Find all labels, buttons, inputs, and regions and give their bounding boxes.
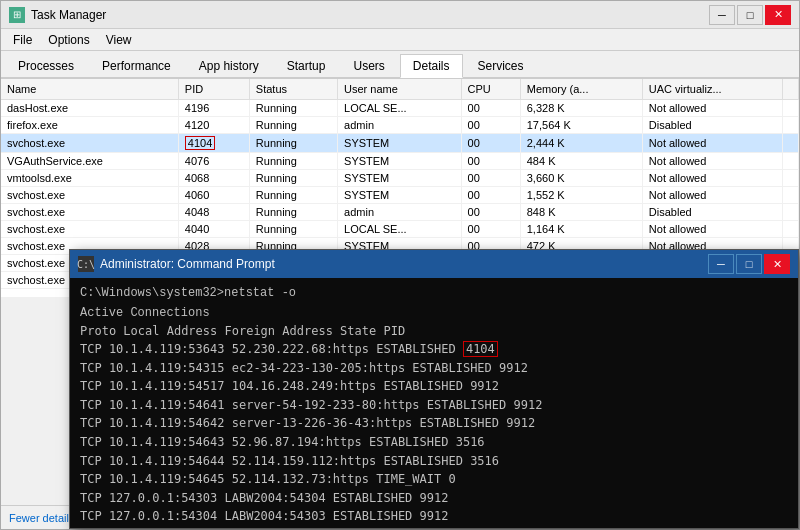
table-header-row: Name PID Status User name CPU Memory (a.… <box>1 79 799 100</box>
cmd-title: Administrator: Command Prompt <box>100 257 708 271</box>
cmd-line: TCP 127.0.0.1:54303 LABW2004:54304 ESTAB… <box>80 489 788 508</box>
task-manager-title: Task Manager <box>31 8 709 22</box>
cmd-table-header: Proto Local Address Foreign Address Stat… <box>80 324 788 338</box>
tab-processes[interactable]: Processes <box>5 54 87 78</box>
col-username[interactable]: User name <box>338 79 461 100</box>
tab-details[interactable]: Details <box>400 54 463 78</box>
table-row[interactable]: svchost.exe4060RunningSYSTEM001,552 KNot… <box>1 187 799 204</box>
cmd-close-button[interactable]: ✕ <box>764 254 790 274</box>
tab-services[interactable]: Services <box>465 54 537 78</box>
table-row[interactable]: vmtoolsd.exe4068RunningSYSTEM003,660 KNo… <box>1 170 799 187</box>
task-manager-icon: ⊞ <box>9 7 25 23</box>
cmd-icon: C:\ <box>78 256 94 272</box>
cmd-line: TCP 10.1.4.119:54641 server-54-192-233-8… <box>80 396 788 415</box>
col-scrollbar-spacer <box>783 79 799 100</box>
table-row[interactable]: svchost.exe4040RunningLOCAL SE...001,164… <box>1 221 799 238</box>
cmd-line: TCP 10.1.4.119:54643 52.96.87.194:https … <box>80 433 788 452</box>
col-memory[interactable]: Memory (a... <box>520 79 642 100</box>
cmd-titlebar: C:\ Administrator: Command Prompt ─ □ ✕ <box>70 250 798 278</box>
cmd-line: TCP 10.1.4.119:54517 104.16.248.249:http… <box>80 377 788 396</box>
cmd-prompt-line: C:\Windows\system32>netstat -o <box>80 286 788 300</box>
cmd-window: C:\ Administrator: Command Prompt ─ □ ✕ … <box>69 249 799 529</box>
task-manager-window: ⊞ Task Manager ─ □ ✕ File Options View P… <box>0 0 800 530</box>
maximize-button[interactable]: □ <box>737 5 763 25</box>
cmd-output: Proto Local Address Foreign Address Stat… <box>80 324 788 528</box>
col-cpu[interactable]: CPU <box>461 79 520 100</box>
table-row[interactable]: dasHost.exe4196RunningLOCAL SE...006,328… <box>1 100 799 117</box>
cmd-line: TCP 127.0.0.1:54304 LABW2004:54303 ESTAB… <box>80 507 788 526</box>
cmd-line: TCP 127.0.0.1:54305 LABW2004:54306 ESTAB… <box>80 526 788 528</box>
tab-app-history[interactable]: App history <box>186 54 272 78</box>
tab-performance[interactable]: Performance <box>89 54 184 78</box>
cmd-controls: ─ □ ✕ <box>708 254 790 274</box>
col-pid[interactable]: PID <box>178 79 249 100</box>
cmd-body: C:\Windows\system32>netstat -o Active Co… <box>70 278 798 528</box>
tab-users[interactable]: Users <box>340 54 397 78</box>
menu-view[interactable]: View <box>98 31 140 49</box>
col-uac[interactable]: UAC virtualiz... <box>642 79 782 100</box>
close-button[interactable]: ✕ <box>765 5 791 25</box>
cmd-maximize-button[interactable]: □ <box>736 254 762 274</box>
cmd-line: TCP 10.1.4.119:54644 52.114.159.112:http… <box>80 452 788 471</box>
tab-startup[interactable]: Startup <box>274 54 339 78</box>
titlebar-controls: ─ □ ✕ <box>709 5 791 25</box>
col-status[interactable]: Status <box>249 79 337 100</box>
col-name[interactable]: Name <box>1 79 178 100</box>
table-row[interactable]: svchost.exe4104RunningSYSTEM002,444 KNot… <box>1 134 799 153</box>
cmd-section-title: Active Connections <box>80 306 788 320</box>
minimize-button[interactable]: ─ <box>709 5 735 25</box>
table-row[interactable]: VGAuthService.exe4076RunningSYSTEM00484 … <box>1 153 799 170</box>
menu-bar: File Options View <box>1 29 799 51</box>
menu-file[interactable]: File <box>5 31 40 49</box>
task-manager-titlebar: ⊞ Task Manager ─ □ ✕ <box>1 1 799 29</box>
menu-options[interactable]: Options <box>40 31 97 49</box>
tab-bar: Processes Performance App history Startu… <box>1 51 799 79</box>
cmd-line: TCP 10.1.4.119:54315 ec2-34-223-130-205:… <box>80 359 788 378</box>
cmd-minimize-button[interactable]: ─ <box>708 254 734 274</box>
cmd-line: TCP 10.1.4.119:54642 server-13-226-36-43… <box>80 414 788 433</box>
table-row[interactable]: firefox.exe4120Runningadmin0017,564 KDis… <box>1 117 799 134</box>
table-row[interactable]: svchost.exe4048Runningadmin00848 KDisabl… <box>1 204 799 221</box>
cmd-line: TCP 10.1.4.119:53643 52.230.222.68:https… <box>80 340 788 359</box>
cmd-line: TCP 10.1.4.119:54645 52.114.132.73:https… <box>80 470 788 489</box>
fewer-details-link[interactable]: Fewer details <box>9 512 74 524</box>
